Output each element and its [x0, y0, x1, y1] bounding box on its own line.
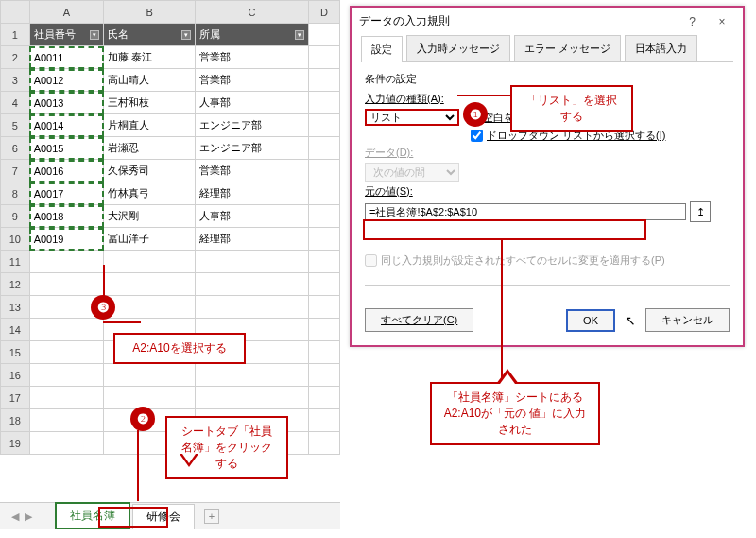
header-a[interactable]: 社員番号▾	[29, 24, 104, 46]
row-6-header[interactable]: 6	[1, 137, 30, 160]
row-7-header[interactable]: 7	[1, 160, 30, 182]
cell-b8[interactable]: 竹林真弓	[104, 182, 195, 205]
filter-icon[interactable]: ▾	[90, 30, 99, 40]
cell-c10[interactable]: 経理部	[195, 228, 308, 251]
add-sheet-button[interactable]: +	[204, 509, 219, 524]
callout-src-arrow-icon	[496, 369, 519, 384]
range-picker-button[interactable]: ↥	[690, 201, 711, 222]
connector-src	[501, 240, 503, 382]
row-13-header[interactable]: 13	[1, 296, 30, 319]
annotation-badge-2: ❷	[130, 407, 155, 431]
ok-button[interactable]: OK	[566, 309, 615, 332]
nav-prev-icon[interactable]: ◀	[9, 511, 21, 522]
cell-d10[interactable]	[309, 228, 340, 251]
cell-d4[interactable]	[309, 92, 340, 114]
cursor-icon: ↖	[625, 313, 636, 328]
row-11-header[interactable]: 11	[1, 251, 30, 273]
row-17-header[interactable]: 17	[1, 387, 30, 409]
cell-d5[interactable]	[309, 114, 340, 137]
cancel-button[interactable]: キャンセル	[645, 308, 730, 332]
cell-d6[interactable]	[309, 137, 340, 160]
callout-list: 「リスト」を選択する	[510, 85, 633, 132]
row-1-header[interactable]: 1	[1, 24, 30, 46]
row-16-header[interactable]: 16	[1, 364, 30, 387]
cell-c9[interactable]: 人事部	[195, 205, 308, 228]
col-B-header[interactable]: B	[104, 1, 195, 24]
cell-c7[interactable]: 営業部	[195, 160, 308, 182]
header-c[interactable]: 所属▾	[195, 24, 308, 46]
data-validation-dialog: データの入力規則 ? × 設定 入力時メッセージ エラー メッセージ 日本語入力…	[350, 6, 745, 347]
cell-a6[interactable]: A0015	[29, 137, 104, 160]
dialog-tab-error-message[interactable]: エラー メッセージ	[514, 35, 621, 61]
col-A-header[interactable]: A	[29, 1, 104, 24]
row-14-header[interactable]: 14	[1, 319, 30, 341]
row-18-header[interactable]: 18	[1, 409, 30, 432]
clear-all-button[interactable]: すべてクリア(C)	[365, 308, 473, 332]
connector-2	[137, 430, 139, 501]
row-4-header[interactable]: 4	[1, 92, 30, 114]
kind-label: 入力値の種類(A):	[365, 92, 459, 106]
cell-a5[interactable]: A0014	[29, 114, 104, 137]
row-9-header[interactable]: 9	[1, 205, 30, 228]
connector-3b	[103, 321, 141, 323]
row-12-header[interactable]: 12	[1, 273, 30, 296]
corner-cell[interactable]	[1, 1, 30, 24]
row-3-header[interactable]: 3	[1, 69, 30, 92]
filter-icon[interactable]: ▾	[181, 30, 191, 40]
cell-b4[interactable]: 三村和枝	[104, 92, 195, 114]
cell-c4[interactable]: 人事部	[195, 92, 308, 114]
cell-a9[interactable]: A0018	[29, 205, 104, 228]
col-D-header[interactable]: D	[309, 1, 340, 24]
cell-a2[interactable]: A0011	[29, 46, 104, 69]
cell-a3[interactable]: A0012	[29, 69, 104, 92]
spreadsheet: A B C D 1 社員番号▾ 氏名▾ 所属▾ 2A0011加藤 泰江営業部 3…	[0, 0, 340, 455]
cell-a8[interactable]: A0017	[29, 182, 104, 205]
cell-b9[interactable]: 大沢剛	[104, 205, 195, 228]
cell-a7[interactable]: A0016	[29, 160, 104, 182]
row-5-header[interactable]: 5	[1, 114, 30, 137]
col-C-header[interactable]: C	[195, 1, 308, 24]
grid-table[interactable]: A B C D 1 社員番号▾ 氏名▾ 所属▾ 2A0011加藤 泰江営業部 3…	[0, 0, 340, 455]
help-button[interactable]: ?	[679, 15, 706, 28]
row-15-header[interactable]: 15	[1, 341, 30, 364]
source-input[interactable]	[365, 203, 686, 220]
row-8-header[interactable]: 8	[1, 182, 30, 205]
cell-a4[interactable]: A0013	[29, 92, 104, 114]
cell-b5[interactable]: 片桐直人	[104, 114, 195, 137]
cell-b2[interactable]: 加藤 泰江	[104, 46, 195, 69]
dialog-tab-ime[interactable]: 日本語入力	[625, 35, 697, 61]
dialog-tab-input-message[interactable]: 入力時メッセージ	[406, 35, 510, 61]
cell-c5[interactable]: エンジニア部	[195, 114, 308, 137]
cell-a10[interactable]: A0019	[29, 228, 104, 251]
cell-c8[interactable]: 経理部	[195, 182, 308, 205]
cell-d3[interactable]	[309, 69, 340, 92]
callout-source: 「社員名簿」シートにあるA2:A10が「元の 値」に入力された	[430, 382, 600, 445]
cell-d8[interactable]	[309, 182, 340, 205]
cell-c2[interactable]: 営業部	[195, 46, 308, 69]
cell-d1[interactable]	[309, 24, 340, 46]
cell-b7[interactable]: 久保秀司	[104, 160, 195, 182]
annotation-badge-1: ❶	[463, 102, 488, 127]
row-19-header[interactable]: 19	[1, 432, 30, 455]
cell-b3[interactable]: 高山晴人	[104, 69, 195, 92]
cell-c6[interactable]: エンジニア部	[195, 137, 308, 160]
header-b[interactable]: 氏名▾	[104, 24, 195, 46]
cell-d2[interactable]	[309, 46, 340, 69]
cell-b10[interactable]: 冨山洋子	[104, 228, 195, 251]
data-label: データ(D):	[365, 146, 459, 160]
kind-select[interactable]: リスト	[365, 109, 459, 126]
cell-b6[interactable]: 岩瀬忍	[104, 137, 195, 160]
row-2-header[interactable]: 2	[1, 46, 30, 69]
filter-icon[interactable]: ▾	[295, 30, 304, 40]
callout-select-a2a10: A2:A10を選択する	[113, 333, 246, 364]
cell-d7[interactable]	[309, 160, 340, 182]
row-10-header[interactable]: 10	[1, 228, 30, 251]
apply-same-checkbox: 同じ入力規則が設定されたすべてのセルに変更を適用する(P)	[365, 253, 730, 268]
dialog-tab-settings[interactable]: 設定	[361, 36, 403, 62]
annotation-badge-3: ❸	[91, 295, 115, 320]
cell-c3[interactable]: 営業部	[195, 69, 308, 92]
nav-next-icon[interactable]: ▶	[23, 511, 34, 522]
close-button[interactable]: ×	[709, 15, 735, 28]
cell-d9[interactable]	[309, 205, 340, 228]
cell-a11[interactable]	[29, 251, 104, 273]
